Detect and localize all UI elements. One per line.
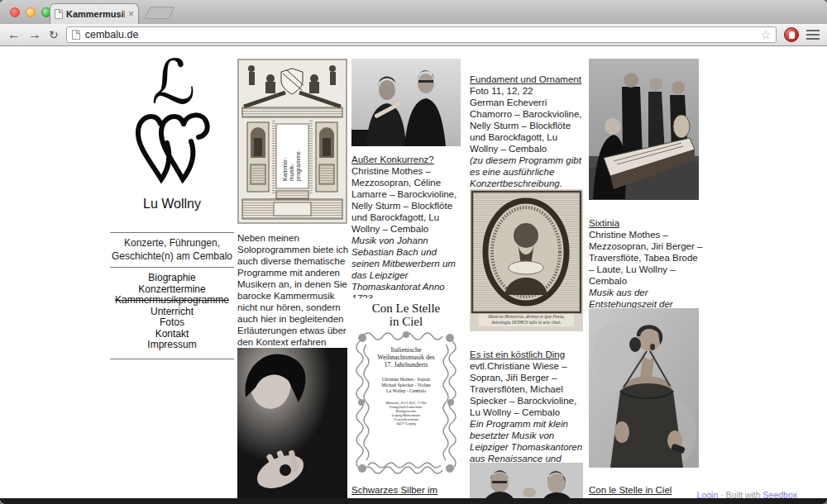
program-title-link[interactable]: Fundament und Ornament [470, 74, 581, 84]
reload-icon[interactable]: ↻ [49, 28, 59, 41]
program-performers: German Echeverri Chamorro – Barockviolin… [470, 97, 586, 155]
tab-title: Kammermusikprogramme [66, 9, 125, 19]
window-controls [10, 7, 51, 17]
nav-item-kontakt[interactable]: Kontakt [110, 329, 234, 340]
program-title-link[interactable]: Außer Konkurrenz? [351, 155, 434, 164]
program-foto-note: Foto 11, 12, 22 [470, 85, 586, 97]
svg-text:ℒ: ℒ [151, 55, 195, 117]
address-bar[interactable]: cembalu.de ☆ [66, 26, 777, 43]
close-window-button[interactable] [10, 7, 20, 17]
program-title-link[interactable]: Es ist ein köstlich Ding [470, 349, 565, 359]
page-content: ℒ Lu Wollny Konzerte, Führungen, Geschic… [0, 47, 827, 504]
url-text: cembalu.de [85, 29, 139, 40]
url-page-icon [72, 30, 80, 40]
nav-item-kammermusikprogramme[interactable]: Kammermusikprogramme [110, 295, 234, 307]
minimize-window-button[interactable] [26, 7, 36, 17]
site-brand: Lu Wollny [110, 197, 234, 212]
poster-title-line2: in Ciel [351, 315, 461, 328]
browser-window: Kammermusikprogramme × ← → ↻ cembalu.de … [0, 0, 827, 504]
new-tab-button[interactable] [145, 7, 175, 19]
program-fundament: Fundament und Ornament Foto 11, 12, 22 G… [470, 74, 586, 201]
portrait-photo-lu-wollny [237, 348, 347, 500]
duo-musicians-photo [351, 59, 461, 146]
program-description: Musik von Johann Sebastian Bach und sein… [351, 235, 466, 304]
con-le-stelle-poster-image: Con Le Stelle in Ciel [351, 298, 461, 480]
window-bottom-edge [0, 498, 827, 504]
nav-item-konzerttermine[interactable]: Konzerttermine [110, 284, 234, 296]
poster-performers: Christine Mothes - Sopran Michael Spieck… [373, 377, 439, 394]
nav-item-unterricht[interactable]: Unterricht [110, 307, 234, 318]
back-icon[interactable]: ← [7, 28, 21, 41]
poster-subtitle: Italienische Weihnachtsmusik des 17. Jah… [373, 346, 439, 368]
close-tab-icon[interactable]: × [128, 10, 134, 18]
site-tagline: Konzerte, Führungen, Geschichte(n) am Ce… [110, 236, 234, 263]
program-koestlich: Es ist ein köstlich Ding evtl.Christiane… [470, 349, 586, 476]
tab-strip: Kammermusikprogramme × [0, 0, 827, 24]
nav-item-fotos[interactable]: Fotos [110, 317, 234, 329]
forward-icon[interactable]: → [28, 28, 41, 41]
svg-text:musik-: musik- [289, 164, 294, 181]
lu-wollny-monogram-logo: ℒ [131, 55, 213, 193]
program-performers: evtl.Christiane Wiese – Sopran, Jiři Ber… [470, 360, 586, 418]
poster-text-block: Italienische Weihnachtsmusik des 17. Jah… [373, 346, 439, 426]
intro-text: Neben meinen Soloprogrammen biete ich au… [237, 232, 353, 359]
svg-text:Kammer-: Kammer- [282, 157, 288, 181]
menu-icon[interactable] [806, 30, 820, 40]
program-performers: Christine Mothes – Mezzosopran, Jiri Ber… [589, 229, 703, 287]
poster-details: Mittwoch, 26.12.2012, 17 Uhr Evangelisch… [373, 401, 439, 426]
program-title-link[interactable]: Sixtinia [589, 218, 619, 228]
page-favicon [55, 9, 63, 19]
program-sixtinia: Sixtinia Christine Mothes – Mezzosopran,… [589, 217, 703, 321]
divider [110, 232, 234, 233]
extension-icon[interactable] [784, 27, 799, 42]
program-performers: Christine Mothes – Mezzosopran, Céline L… [351, 165, 466, 235]
calvisius-engraving-image: Musicus Historicus, divinus et ipse Poet… [470, 189, 583, 331]
bookmark-star-icon[interactable]: ☆ [760, 29, 771, 40]
nav-item-biographie[interactable]: Biographie [110, 273, 234, 284]
main-nav: Biographie Konzerttermine Kammermusikpro… [110, 273, 234, 351]
program-ausser-konkurrenz: Außer Konkurrenz? Christine Mothes – Mez… [351, 154, 466, 304]
engraved-frontispiece-image: Kammer- musik- programme [237, 59, 347, 224]
singer-photo [589, 308, 699, 468]
divider [110, 267, 234, 268]
nav-item-impressum[interactable]: Impressum [110, 340, 234, 351]
browser-tab[interactable]: Kammermusikprogramme × [50, 3, 139, 24]
duo-photo-cropped [470, 463, 583, 500]
poster-title-line1: Con Le Stelle [351, 302, 461, 315]
browser-toolbar: ← → ↻ cembalu.de ☆ [0, 24, 827, 46]
ensemble-harpsichord-photo [589, 59, 699, 200]
svg-text:programme: programme [295, 151, 302, 181]
divider [110, 359, 234, 359]
program-title-link[interactable]: Con le Stelle in Ciel [589, 485, 672, 495]
